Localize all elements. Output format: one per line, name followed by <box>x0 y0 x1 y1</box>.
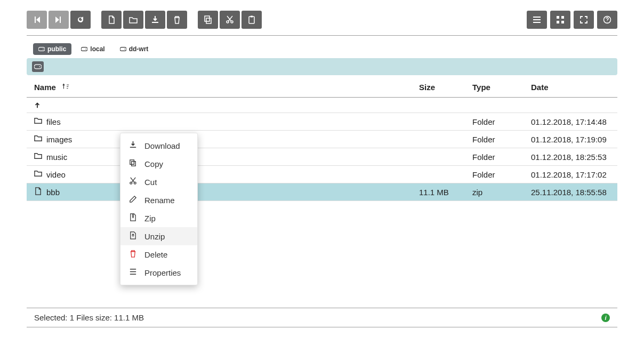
menu-download[interactable]: Download <box>120 137 197 155</box>
file-date: 01.12.2018, 17:19:09 <box>527 131 617 148</box>
cut-button[interactable] <box>220 11 240 29</box>
menu-zip[interactable]: Zip <box>120 209 197 227</box>
context-menu: DownloadCopyCutRenameZipUnzipDeletePrope… <box>120 133 198 285</box>
delete-icon <box>129 250 137 259</box>
file-size: 11.1 MB <box>415 183 468 201</box>
folder-icon <box>34 134 42 144</box>
file-size <box>415 166 468 183</box>
column-type[interactable]: Type <box>468 77 527 98</box>
toolbar <box>27 11 617 36</box>
column-size[interactable]: Size <box>415 77 468 98</box>
menu-unzip[interactable]: Unzip <box>120 227 197 245</box>
menu-label: Zip <box>144 214 156 223</box>
folder-icon <box>34 152 42 162</box>
file-date: 01.12.2018, 18:25:53 <box>527 148 617 166</box>
file-name: music <box>46 153 67 162</box>
table-row[interactable]: imagesFolder01.12.2018, 17:19:09 <box>27 131 617 148</box>
table-row[interactable]: musicFolder01.12.2018, 18:25:53 <box>27 148 617 166</box>
breadcrumb-root-button[interactable] <box>32 61 44 72</box>
file-name: images <box>46 135 72 144</box>
menu-label: Properties <box>144 268 181 277</box>
paste-button[interactable] <box>241 11 262 29</box>
tab-ddwrt[interactable]: dd-wrt <box>115 43 154 55</box>
copy-button[interactable] <box>198 11 218 29</box>
folder-icon <box>34 117 42 126</box>
new-file-button[interactable] <box>101 11 122 29</box>
file-date: 25.11.2018, 18:55:58 <box>527 183 617 201</box>
column-date[interactable]: Date <box>527 77 617 98</box>
rename-icon <box>129 195 137 205</box>
last-button[interactable] <box>49 11 69 29</box>
view-list-button[interactable] <box>527 11 547 29</box>
menu-rename[interactable]: Rename <box>120 191 197 209</box>
sort-asc-icon <box>62 83 69 92</box>
file-size <box>415 148 468 166</box>
cut-icon <box>129 177 137 187</box>
menu-properties[interactable]: Properties <box>120 263 197 282</box>
properties-icon <box>129 268 137 277</box>
status-bar: Selected: 1 Files size: 11.1 MB i <box>27 308 617 327</box>
file-type: Folder <box>468 148 527 166</box>
download-button[interactable] <box>145 11 165 29</box>
menu-label: Cut <box>144 178 157 187</box>
view-grid-button[interactable] <box>550 11 570 29</box>
unzip-icon <box>129 231 137 241</box>
file-date: 01.12.2018, 17:14:48 <box>527 113 617 131</box>
file-type: Folder <box>468 113 527 131</box>
file-size <box>415 131 468 148</box>
file-name: bbb <box>46 188 60 197</box>
file-name: video <box>46 170 66 179</box>
file-date: 01.12.2018, 17:17:02 <box>527 166 617 183</box>
menu-label: Download <box>144 141 180 150</box>
file-size <box>415 113 468 131</box>
column-name[interactable]: Name <box>27 77 415 98</box>
copy-icon <box>129 159 137 168</box>
tab-public[interactable]: public <box>33 43 71 55</box>
folder-icon <box>34 170 42 179</box>
status-text: Selected: 1 Files size: 11.1 MB <box>34 313 144 322</box>
table-row[interactable]: bbb11.1 MBzip25.11.2018, 18:55:58 <box>27 183 617 201</box>
refresh-button[interactable] <box>70 11 91 29</box>
new-folder-button[interactable] <box>123 11 143 29</box>
zip-icon <box>129 213 137 223</box>
fullscreen-button[interactable] <box>574 11 594 29</box>
file-type: Folder <box>468 131 527 148</box>
drive-tabs: publiclocaldd-wrt <box>33 43 617 55</box>
download-icon <box>129 141 137 150</box>
menu-label: Delete <box>144 250 167 259</box>
table-row[interactable]: filesFolder01.12.2018, 17:14:48 <box>27 113 617 131</box>
table-row[interactable]: videoFolder01.12.2018, 17:17:02 <box>27 166 617 183</box>
menu-copy[interactable]: Copy <box>120 155 197 173</box>
file-name: files <box>46 117 61 126</box>
menu-cut[interactable]: Cut <box>120 173 197 191</box>
tab-local[interactable]: local <box>76 43 110 55</box>
file-table: Name Size Type Date filesFolder01.12.201… <box>27 77 617 201</box>
file-type: zip <box>468 183 527 201</box>
breadcrumb-bar <box>27 58 617 75</box>
menu-delete[interactable]: Delete <box>120 245 197 263</box>
file-icon <box>34 187 42 197</box>
delete-button[interactable] <box>167 11 187 29</box>
file-type: Folder <box>468 166 527 183</box>
info-icon[interactable]: i <box>601 314 610 322</box>
menu-label: Unzip <box>144 232 165 241</box>
help-button[interactable] <box>597 11 617 29</box>
menu-label: Copy <box>144 159 163 168</box>
row-up[interactable] <box>27 98 617 113</box>
menu-label: Rename <box>144 196 175 205</box>
first-button[interactable] <box>27 11 47 29</box>
